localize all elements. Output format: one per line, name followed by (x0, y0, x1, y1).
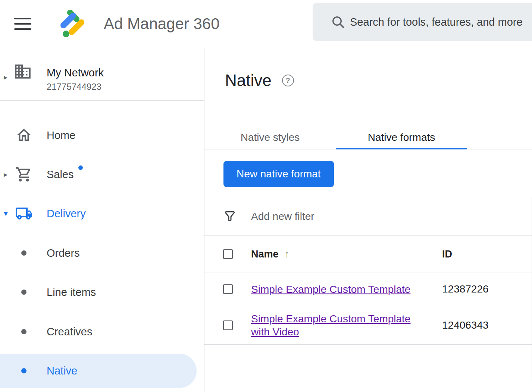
sidebar-item-label: Delivery (47, 208, 86, 220)
page-title: Native (225, 71, 272, 90)
menu-button[interactable] (14, 16, 33, 31)
sidebar-item-label: Creatives (47, 326, 93, 338)
tab-label: Native formats (368, 132, 435, 143)
sidebar-item-label: Home (47, 129, 75, 142)
bullet-icon (21, 329, 26, 334)
filter-bar[interactable]: Add new filter (204, 197, 532, 236)
select-all-checkbox[interactable] (223, 249, 233, 259)
help-icon[interactable]: ? (282, 75, 294, 86)
search-input[interactable] (350, 3, 529, 41)
sidebar-item-label: Orders (47, 247, 80, 259)
sidebar: ▸ My Network 21775744923 Home ▸ (0, 48, 204, 392)
top-header: Ad Manager 360 (0, 0, 532, 48)
tab-native-styles[interactable]: Native styles (204, 126, 336, 149)
sidebar-item-label: Line items (47, 286, 96, 298)
app-title: Ad Manager 360 (104, 0, 220, 48)
row-checkbox[interactable] (223, 320, 233, 330)
table-bottom-border (204, 381, 532, 381)
sidebar-item-delivery[interactable]: ▾ Delivery (0, 196, 197, 231)
cart-icon (15, 166, 33, 183)
bullet-icon (21, 290, 26, 295)
table-row: Simple Example Custom Template 12387226 (204, 272, 532, 306)
column-header-name[interactable]: Name ↑ (251, 249, 290, 260)
filter-icon (223, 210, 237, 223)
table-row: Simple Example Custom Template with Vide… (204, 306, 532, 345)
new-native-format-button[interactable]: New native format (223, 161, 334, 187)
format-id: 12406343 (442, 319, 489, 331)
sidebar-item-native[interactable]: Native (0, 354, 197, 388)
add-filter-label: Add new filter (251, 211, 314, 222)
chevron-down-icon[interactable]: ▾ (4, 209, 13, 218)
tab-label: Native styles (241, 132, 300, 143)
network-id: 21775744923 (47, 82, 101, 92)
sidebar-item-label: Native (47, 365, 77, 377)
row-checkbox[interactable] (223, 284, 233, 294)
home-icon (15, 127, 33, 144)
search-bar[interactable] (313, 3, 532, 41)
sidebar-item-sales[interactable]: ▸ Sales (0, 157, 197, 192)
main-content: Native ? Native styles Native formats Ne… (204, 48, 532, 392)
notification-dot (78, 165, 83, 170)
network-building-icon (13, 62, 32, 82)
menu-icon (14, 18, 31, 19)
chevron-right-icon[interactable]: ▸ (4, 73, 7, 82)
column-header-id[interactable]: ID (442, 249, 452, 260)
bullet-icon (21, 368, 26, 373)
truck-icon (15, 205, 33, 222)
bullet-icon (21, 250, 26, 256)
sidebar-item-orders[interactable]: Orders (0, 236, 197, 270)
format-id: 12387226 (442, 283, 489, 295)
search-icon (331, 15, 345, 29)
sidebar-item-line-items[interactable]: Line items (0, 275, 197, 309)
format-name-link[interactable]: Simple Example Custom Template with Vide… (251, 312, 429, 338)
table-header: Name ↑ ID (204, 236, 532, 272)
ad-manager-logo-icon (54, 5, 90, 42)
format-name-link[interactable]: Simple Example Custom Template (251, 283, 410, 296)
sort-ascending-icon[interactable]: ↑ (285, 249, 290, 260)
tab-native-formats[interactable]: Native formats (336, 126, 467, 149)
chevron-right-icon[interactable]: ▸ (4, 170, 13, 179)
sidebar-item-label: Sales (47, 168, 74, 181)
network-selector[interactable]: ▸ My Network 21775744923 (0, 53, 204, 100)
sidebar-item-creatives[interactable]: Creatives (0, 314, 197, 349)
page-title-row: Native ? (225, 69, 294, 92)
network-name: My Network (47, 67, 104, 79)
sidebar-item-home[interactable]: Home (0, 118, 197, 152)
sidebar-divider (0, 100, 204, 101)
tab-bar: Native styles Native formats (204, 126, 532, 149)
